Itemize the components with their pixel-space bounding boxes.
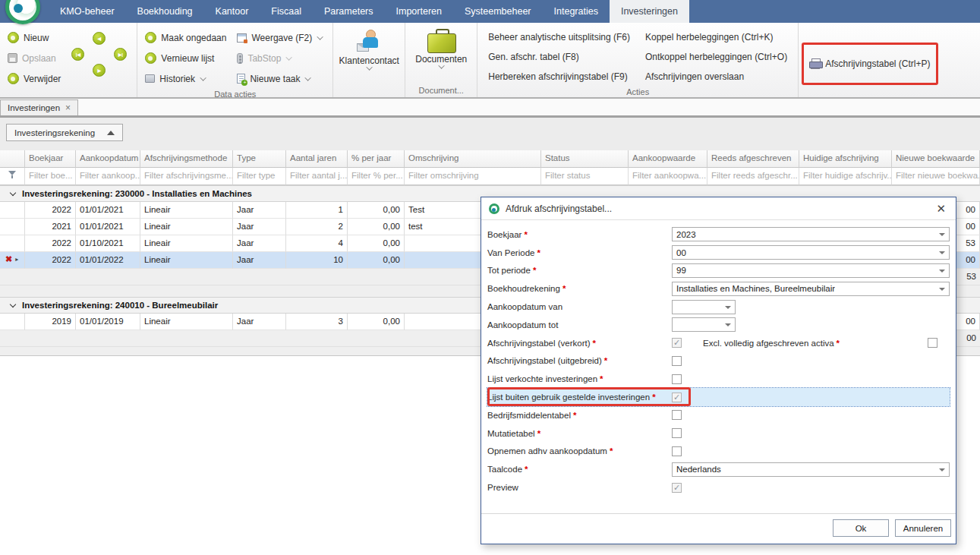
checkbox-bedrijfsmiddelentabel[interactable] bbox=[672, 410, 682, 420]
next-record-icon[interactable]: ▶ bbox=[93, 64, 106, 77]
combo-boekjaar[interactable]: 2023 bbox=[672, 227, 950, 241]
menu-item-kantoor[interactable]: Kantoor bbox=[204, 0, 260, 23]
action-button-afschrijvingen-overslaan[interactable]: Afschrijvingen overslaan bbox=[638, 67, 795, 87]
nieuw-button[interactable]: Nieuw bbox=[3, 27, 67, 48]
column-header-per-jaar[interactable]: % per jaar bbox=[348, 150, 405, 168]
required-asterisk: * bbox=[573, 411, 576, 420]
afschrijvingstabel-button[interactable]: Afschrijvingstabel (Ctrl+P) bbox=[825, 58, 930, 69]
filter-cell-reeds-afgeschreven[interactable]: Filter reeds afgeschr... bbox=[707, 168, 799, 185]
action-button-koppel-herbeleggingen-ctrl-k[interactable]: Koppel herbeleggingen (Ctrl+K) bbox=[638, 27, 795, 47]
vernieuw-lijst-button[interactable]: Vernieuw lijst bbox=[140, 48, 232, 68]
combo-aankoopdatum-van[interactable] bbox=[672, 300, 736, 314]
opslaan-button[interactable]: Opslaan bbox=[3, 48, 67, 68]
last-record-icon[interactable]: ▶| bbox=[114, 48, 127, 61]
column-header-aantal-jaren[interactable]: Aantal jaren bbox=[286, 150, 348, 168]
combo-taalcode[interactable]: Nederlands bbox=[672, 462, 950, 477]
tab-investeringen[interactable]: Investeringen × bbox=[0, 99, 78, 115]
combo-van-periode[interactable]: 00 bbox=[672, 245, 950, 260]
column-header-huidige-afschrijving[interactable]: Huidige afschrijving bbox=[799, 150, 892, 168]
dialog-row-taalcode: Taalcode*Nederlands bbox=[487, 460, 950, 478]
filter-cell-aankoopwaarde[interactable]: Filter aankoopwa... bbox=[629, 168, 707, 185]
field-label-mutatietabel: Mutatietabel* bbox=[487, 429, 672, 438]
action-button-gen-afschr-tabel-f8[interactable]: Gen. afschr. tabel (F8) bbox=[481, 47, 638, 67]
menu-item-investeringen[interactable]: Investeringen bbox=[610, 0, 689, 23]
menu-item-kmo-beheer[interactable]: KMO-beheer bbox=[49, 0, 126, 23]
ok-button[interactable]: Ok bbox=[833, 519, 889, 537]
klantencontact-button[interactable]: Klantencontact bbox=[336, 24, 402, 85]
checkbox-preview[interactable]: ✓ bbox=[672, 483, 682, 493]
checkbox-excl-volledig-afgeschreven-activa[interactable] bbox=[928, 338, 937, 348]
filter-cell-type[interactable]: Filter type bbox=[233, 168, 286, 185]
column-header-type[interactable]: Type bbox=[233, 150, 286, 168]
required-asterisk: * bbox=[837, 339, 840, 348]
row-selector-cell bbox=[0, 314, 25, 330]
combo-tot-periode[interactable]: 99 bbox=[672, 263, 950, 278]
maak-ongedaan-button[interactable]: Maak ongedaan bbox=[140, 27, 232, 48]
action-button-ontkoppel-herbeleggingen-ctrl-o[interactable]: Ontkoppel herbeleggingen (Ctrl+O) bbox=[638, 47, 795, 67]
column-header-afschrijvingsmethode[interactable]: Afschrijvingsmethode bbox=[140, 150, 233, 168]
documenten-button[interactable]: Documenten bbox=[408, 24, 474, 85]
required-asterisk: * bbox=[533, 266, 536, 275]
action-button-herbereken-afschrijvingstabel-f9[interactable]: Herbereken afschrijvingstabel (F9) bbox=[481, 67, 638, 87]
verwijder-button[interactable]: Verwijder bbox=[3, 68, 67, 89]
weergave-button[interactable]: Weergave (F2) bbox=[232, 27, 329, 48]
nieuwe-taak-button[interactable]: Nieuwe taak bbox=[232, 68, 329, 89]
filter-cell-omschrijving[interactable]: Filter omschrijving bbox=[405, 168, 541, 185]
cell-aantal-jaren: 1 bbox=[286, 202, 348, 219]
group-caption-document: Document... bbox=[408, 85, 474, 97]
action-button-beheer-analytische-uitsplitsing-f6[interactable]: Beheer analytische uitsplitsing (F6) bbox=[481, 27, 638, 47]
dialog-row-lijst-verkochte-investeringen: Lijst verkochte investeringen* bbox=[487, 370, 950, 388]
filter-cell-huidige-afschrijving[interactable]: Filter huidige afschrijv... bbox=[799, 168, 892, 185]
column-header-selector[interactable] bbox=[0, 150, 25, 168]
first-record-icon[interactable]: |◀ bbox=[71, 48, 84, 61]
column-header-aankoopwaarde[interactable]: Aankoopwaarde bbox=[629, 150, 707, 168]
column-header-omschrijving[interactable]: Omschrijving bbox=[405, 150, 541, 168]
menu-item-boekhouding[interactable]: Boekhouding bbox=[126, 0, 204, 23]
checkbox-lijst-verkochte-investeringen[interactable] bbox=[672, 374, 682, 384]
acties-col1: Beheer analytische uitsplitsing (F6)Gen.… bbox=[481, 24, 638, 87]
filter-cell-aantal-jaren[interactable]: Filter aantal j... bbox=[286, 168, 348, 185]
checkbox-mutatietabel[interactable] bbox=[672, 428, 682, 438]
checkbox-afschrijvingstabel-uitgebreid[interactable] bbox=[672, 356, 682, 366]
menu-bar: KMO-beheerBoekhoudingKantoorFiscaalParam… bbox=[0, 0, 980, 23]
filter-cell-per-jaar[interactable]: Filter % per... bbox=[348, 168, 405, 185]
column-header-aankoopdatum[interactable]: Aankoopdatum bbox=[76, 150, 140, 168]
column-header-status[interactable]: Status bbox=[541, 150, 629, 168]
combo-aankoopdatum-tot[interactable] bbox=[672, 317, 736, 332]
filter-cell-afschrijvingsmethode[interactable]: Filter afschrijvingsme... bbox=[140, 168, 233, 185]
filter-cell-icon[interactable] bbox=[0, 168, 25, 185]
checkbox-afschrijvingstabel-verkort[interactable]: ✓ bbox=[672, 338, 682, 348]
cell-per-jaar: 0,00 bbox=[348, 235, 405, 252]
field-label-boekjaar: Boekjaar* bbox=[487, 230, 672, 239]
checkbox-lijst-buiten-gebruik-gestelde-investeringen[interactable]: ✓ bbox=[672, 393, 682, 402]
menu-item-fiscaal[interactable]: Fiscaal bbox=[260, 0, 313, 23]
filter-cell-status[interactable]: Filter status bbox=[541, 168, 629, 185]
dialog-close-icon[interactable]: ✕ bbox=[934, 202, 948, 216]
annuleren-button[interactable]: Annuleren bbox=[895, 519, 951, 537]
tabstop-button[interactable]: TabStop bbox=[232, 48, 329, 68]
column-header-reeds-afgeschreven[interactable]: Reeds afgeschreven bbox=[707, 150, 799, 168]
tabstop-label: TabStop bbox=[247, 53, 281, 64]
filter-cell-boekjaar[interactable]: Filter boe... bbox=[25, 168, 76, 185]
checkbox-opnemen-adhv-aankoopdatum[interactable] bbox=[672, 446, 682, 456]
customer-contact-icon bbox=[357, 29, 381, 53]
ribbon-group-klantencontact: Klantencontact bbox=[333, 23, 405, 97]
groupby-investeringsrekening[interactable]: Investeringsrekening bbox=[6, 124, 123, 141]
menu-item-importeren[interactable]: Importeren bbox=[385, 0, 453, 23]
field-label-taalcode: Taalcode* bbox=[487, 465, 672, 474]
menu-item-parameters[interactable]: Parameters bbox=[313, 0, 385, 23]
cell-type: Jaar bbox=[233, 252, 286, 269]
column-header-nieuwe-boekwaarde[interactable]: Nieuwe boekwaarde bbox=[892, 150, 980, 168]
historiek-button[interactable]: Historiek bbox=[140, 68, 232, 89]
combo-boekhoudrekening[interactable]: Installaties en Machines, Bureelmeubilai… bbox=[672, 282, 950, 296]
combo-value: 00 bbox=[676, 248, 686, 257]
previous-record-icon[interactable]: ◀ bbox=[93, 32, 106, 45]
column-header-boekjaar[interactable]: Boekjaar bbox=[25, 150, 76, 168]
filter-cell-nieuwe-boekwaarde[interactable]: Filter nieuwe boekwa... bbox=[892, 168, 980, 185]
menu-item-integraties[interactable]: Integraties bbox=[543, 0, 610, 23]
tab-close-icon[interactable]: × bbox=[65, 102, 71, 113]
menu-item-systeembeheer[interactable]: Systeembeheer bbox=[453, 0, 543, 23]
grid-header-row: BoekjaarAankoopdatumAfschrijvingsmethode… bbox=[0, 150, 980, 168]
chevron-down-icon bbox=[939, 468, 945, 471]
filter-cell-aankoopdatum[interactable]: Filter aankoop... bbox=[76, 168, 140, 185]
